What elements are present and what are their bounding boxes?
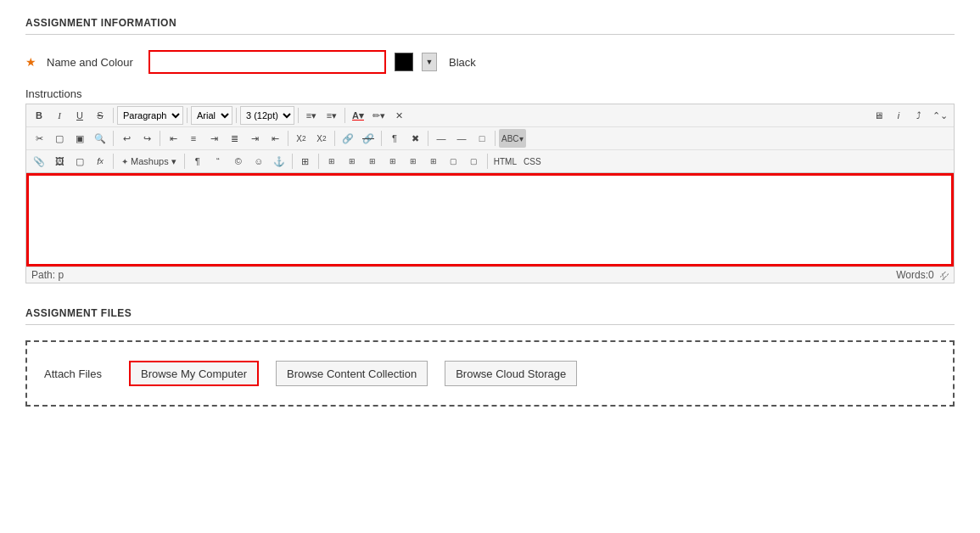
toolbar-unlink-btn[interactable]: 🔗 xyxy=(359,129,378,148)
rte-resize-handle[interactable]: ∖ xyxy=(940,272,949,280)
toolbar-sep-15 xyxy=(292,154,293,169)
toolbar-copyright-btn[interactable]: © xyxy=(229,152,248,171)
toolbar-formula-btn[interactable]: fx xyxy=(91,152,109,171)
toolbar-table-btn[interactable]: ⊞ xyxy=(296,152,315,171)
toolbar-hr2-btn[interactable]: — xyxy=(452,129,471,148)
toolbar-link-btn[interactable]: 🔗 xyxy=(339,129,357,148)
browse-cloud-btn[interactable]: Browse Cloud Storage xyxy=(445,361,577,386)
rte-toolbar: B I U S Paragraph Arial 3 (12pt) ≡▾ ≡▾ xyxy=(26,104,954,173)
toolbar-pilcrow-btn[interactable]: ¶ xyxy=(385,129,404,148)
toolbar-collapse-btn[interactable]: ⌃⌄ xyxy=(930,106,950,125)
toolbar-smiley-btn[interactable]: ☺ xyxy=(249,152,268,171)
toolbar-paste-btn[interactable]: ▣ xyxy=(70,129,89,148)
rich-text-editor: B I U S Paragraph Arial 3 (12pt) ≡▾ ≡▾ xyxy=(25,104,955,283)
toolbar-grid8-btn[interactable]: ▢ xyxy=(465,152,484,171)
assignment-files-section: ASSIGNMENT FILES Attach Files Browse My … xyxy=(25,307,955,407)
toolbar-html-btn[interactable]: HTML xyxy=(491,152,519,171)
toolbar-spellcheck-btn[interactable]: ABC▾ xyxy=(499,129,526,148)
section-title-files: ASSIGNMENT FILES xyxy=(25,307,955,319)
toolbar-hr1-btn[interactable]: — xyxy=(432,129,451,148)
toolbar-media-btn[interactable]: ▢ xyxy=(70,152,89,171)
toolbar-grid2-btn[interactable]: ⊞ xyxy=(343,152,361,171)
toolbar-sep-17 xyxy=(487,154,488,169)
toolbar-bold-btn[interactable]: B xyxy=(30,106,48,125)
toolbar-indent-btn[interactable]: ⇥ xyxy=(245,129,264,148)
attach-files-box: Attach Files Browse My Computer Browse C… xyxy=(25,340,955,407)
toolbar-image-btn[interactable]: 🖼 xyxy=(50,152,69,171)
toolbar-clear-format-btn[interactable]: ✕ xyxy=(389,106,408,125)
toolbar-grid7-btn[interactable]: ▢ xyxy=(445,152,463,171)
toolbar-outdent-btn[interactable]: ⇤ xyxy=(266,129,284,148)
section-divider-2 xyxy=(25,324,955,325)
color-swatch xyxy=(395,53,413,71)
toolbar-copy-btn[interactable]: ▢ xyxy=(50,129,69,148)
name-color-field-row: ★ Name and Colour ▼ Black xyxy=(25,50,955,74)
toolbar-align-right-btn[interactable]: ⇥ xyxy=(204,129,223,148)
browse-collection-btn[interactable]: Browse Content Collection xyxy=(276,361,428,386)
editor-body[interactable] xyxy=(26,173,954,266)
toolbar-grid3-btn[interactable]: ⊞ xyxy=(363,152,382,171)
toolbar-pilcrow2-btn[interactable]: ¶ xyxy=(188,152,207,171)
toolbar-mashups-btn[interactable]: ✦ Mashups ▾ xyxy=(117,152,181,171)
toolbar-sep-10 xyxy=(381,131,382,146)
toolbar-paragraph-select[interactable]: Paragraph xyxy=(117,106,183,125)
toolbar-expand-btn[interactable]: ⤴ xyxy=(910,106,928,125)
toolbar-sep-7 xyxy=(160,131,160,146)
section-title-assignment: ASSIGNMENT INFORMATION xyxy=(25,17,955,29)
toolbar-underline-btn[interactable]: U xyxy=(70,106,89,125)
toolbar-italic-btn[interactable]: I xyxy=(50,106,69,125)
toolbar-row-1: B I U S Paragraph Arial 3 (12pt) ≡▾ ≡▾ xyxy=(26,104,954,127)
toolbar-ordered-list-btn[interactable]: ≡▾ xyxy=(322,106,341,125)
toolbar-row-3: 📎 🖼 ▢ fx ✦ Mashups ▾ ¶ “ © ☺ ⚓ ⊞ ⊞ ⊞ ⊞ xyxy=(26,150,954,172)
toolbar-cut-btn[interactable]: ✂ xyxy=(30,129,48,148)
toolbar-blockquote-btn[interactable]: “ xyxy=(209,152,227,171)
toolbar-font-select[interactable]: Arial xyxy=(191,106,232,125)
toolbar-remove-format-btn[interactable]: ✖ xyxy=(406,129,424,148)
toolbar-unordered-list-btn[interactable]: ≡▾ xyxy=(302,106,321,125)
name-color-input[interactable] xyxy=(148,50,386,74)
toolbar-sep-6 xyxy=(113,131,114,146)
toolbar-text-color-btn[interactable]: A▾ xyxy=(349,106,367,125)
color-name-label: Black xyxy=(449,56,476,69)
toolbar-border-btn[interactable]: □ xyxy=(473,129,491,148)
toolbar-grid5-btn[interactable]: ⊞ xyxy=(404,152,423,171)
toolbar-row-2: ✂ ▢ ▣ 🔍 ↩ ↪ ⇤ ≡ ⇥ ≣ ⇥ ⇤ X2 X2 🔗 🔗 xyxy=(26,127,954,150)
toolbar-sep-3 xyxy=(236,108,237,123)
toolbar-grid6-btn[interactable]: ⊞ xyxy=(424,152,443,171)
toolbar-monitor-btn[interactable]: 🖥 xyxy=(869,106,888,125)
editor-words: Words:0 ∖ xyxy=(896,269,949,281)
section-divider-1 xyxy=(25,34,955,35)
toolbar-strikethrough-btn[interactable]: S xyxy=(91,106,109,125)
name-color-label: Name and Colour xyxy=(47,56,140,69)
toolbar-superscript-btn[interactable]: X2 xyxy=(292,129,311,148)
toolbar-undo-btn[interactable]: ↩ xyxy=(117,129,136,148)
toolbar-grid4-btn[interactable]: ⊞ xyxy=(384,152,402,171)
required-star: ★ xyxy=(25,55,36,69)
toolbar-css-btn[interactable]: CSS xyxy=(521,152,544,171)
assignment-info-section: ASSIGNMENT INFORMATION ★ Name and Colour… xyxy=(25,17,955,283)
toolbar-sep-11 xyxy=(428,131,428,146)
browse-computer-btn[interactable]: Browse My Computer xyxy=(129,361,259,386)
toolbar-find-btn[interactable]: 🔍 xyxy=(91,129,109,148)
toolbar-highlight-btn[interactable]: ✏▾ xyxy=(369,106,388,125)
toolbar-justify-btn[interactable]: ≣ xyxy=(225,129,244,148)
color-dropdown-btn[interactable]: ▼ xyxy=(422,53,437,71)
toolbar-subscript-btn[interactable]: X2 xyxy=(312,129,331,148)
toolbar-size-select[interactable]: 3 (12pt) xyxy=(240,106,294,125)
toolbar-sep-1 xyxy=(113,108,114,123)
toolbar-align-left-btn[interactable]: ⇤ xyxy=(164,129,182,148)
toolbar-grid1-btn[interactable]: ⊞ xyxy=(322,152,341,171)
toolbar-sep-5 xyxy=(344,108,345,123)
toolbar-align-center-btn[interactable]: ≡ xyxy=(184,129,203,148)
instructions-label: Instructions xyxy=(25,87,955,100)
editor-path: Path: p xyxy=(31,269,64,281)
toolbar-sep-12 xyxy=(495,131,496,146)
toolbar-sep-8 xyxy=(288,131,288,146)
toolbar-sep-13 xyxy=(113,154,114,169)
toolbar-redo-btn[interactable]: ↪ xyxy=(137,129,156,148)
toolbar-anchor-btn[interactable]: ⚓ xyxy=(270,152,288,171)
attach-files-label: Attach Files xyxy=(44,367,112,380)
toolbar-info-btn[interactable]: i xyxy=(889,106,908,125)
toolbar-sep-9 xyxy=(334,131,335,146)
toolbar-attach-btn[interactable]: 📎 xyxy=(30,152,48,171)
